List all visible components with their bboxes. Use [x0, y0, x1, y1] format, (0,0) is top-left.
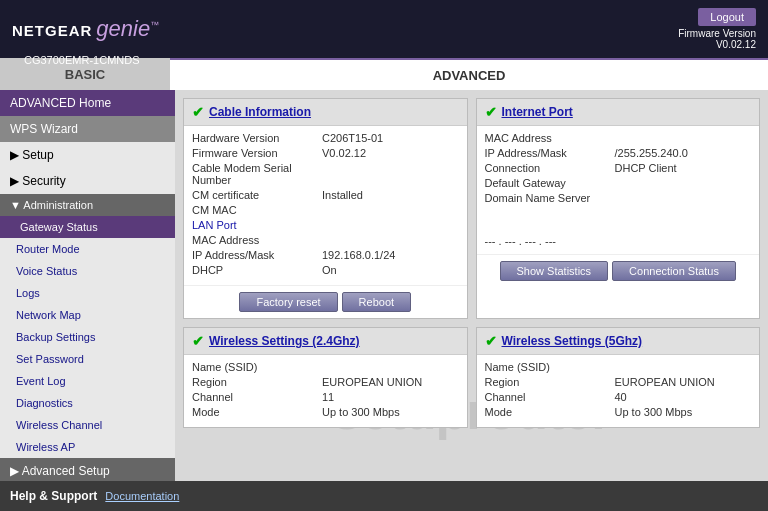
inet-domain-server-value: --- . --- . --- . --- [485, 235, 556, 247]
header-right: Logout Firmware Version V0.02.12 [678, 8, 756, 50]
inet-mac-row: MAC Address [485, 132, 752, 144]
ip-mask-label: IP Address/Mask [192, 249, 322, 261]
wireless-24-title[interactable]: Wireless Settings (2.4Ghz) [209, 334, 360, 348]
hw-version-label: Hardware Version [192, 132, 322, 144]
inet-gw-label: Default Gateway [485, 177, 615, 189]
dhcp-row: DHCP On [192, 264, 459, 276]
check-icon-5: ✔ [485, 333, 497, 349]
inet-ip-row: IP Address/Mask /255.255.240.0 [485, 147, 752, 159]
connection-status-button[interactable]: Connection Status [612, 261, 736, 281]
main-layout: ADVANCED Home WPS Wizard ▶ Setup ▶ Secur… [0, 90, 768, 481]
fw-version-row: Firmware Version V0.02.12 [192, 147, 459, 159]
cards-row-2: ✔ Wireless Settings (2.4Ghz) Name (SSID)… [183, 327, 760, 428]
dhcp-value: On [322, 264, 337, 276]
ip-mask-value: 192.168.0.1/24 [322, 249, 395, 261]
check-icon-24: ✔ [192, 333, 204, 349]
inet-ip-label: IP Address/Mask [485, 147, 615, 159]
cable-info-card: ✔ Cable Information Hardware Version C20… [183, 98, 468, 319]
wireless-24-card: ✔ Wireless Settings (2.4Ghz) Name (SSID)… [183, 327, 468, 428]
w24-mode-label: Mode [192, 406, 322, 418]
header: NETGEAR genie™ CG3700EMR-1CMNDS Logout F… [0, 0, 768, 58]
w5-mode-row: Mode Up to 300 Mbps [485, 406, 752, 418]
logo-genie: genie™ [96, 16, 159, 42]
w24-channel-label: Channel [192, 391, 322, 403]
tab-advanced[interactable]: ADVANCED [170, 58, 768, 90]
inet-conn-value: DHCP Client [615, 162, 677, 174]
sidebar-item-network-map[interactable]: Network Map [0, 304, 175, 326]
w5-ssid-label: Name (SSID) [485, 361, 615, 373]
ip-mask-row: IP Address/Mask 192.168.0.1/24 [192, 249, 459, 261]
serial-row: Cable Modem Serial Number [192, 162, 459, 186]
w24-region-label: Region [192, 376, 322, 388]
wireless-5-header: ✔ Wireless Settings (5Ghz) [477, 328, 760, 355]
w24-region-value: EUROPEAN UNION [322, 376, 422, 388]
device-name: CG3700EMR-1CMNDS [24, 54, 140, 66]
internet-port-card: ✔ Internet Port MAC Address IP Address/M… [476, 98, 761, 319]
cards-row-1: ✔ Cable Information Hardware Version C20… [183, 98, 760, 319]
cm-cert-row: CM certificate Installed [192, 189, 459, 201]
w5-ssid-row: Name (SSID) [485, 361, 752, 373]
sidebar-item-administration[interactable]: ▼ Administration [0, 194, 175, 216]
check-icon: ✔ [192, 104, 204, 120]
mac-addr-label: MAC Address [192, 234, 322, 246]
sidebar-item-diagnostics[interactable]: Diagnostics [0, 392, 175, 414]
w24-region-row: Region EUROPEAN UNION [192, 376, 459, 388]
w5-region-label: Region [485, 376, 615, 388]
w24-channel-row: Channel 11 [192, 391, 459, 403]
content-area: setuprouter ✔ Cable Information Hardware… [175, 90, 768, 481]
internet-port-header: ✔ Internet Port [477, 99, 760, 126]
w5-mode-label: Mode [485, 406, 615, 418]
footer-documentation-link[interactable]: Documentation [105, 490, 179, 502]
w24-ssid-label: Name (SSID) [192, 361, 322, 373]
logo-netgear: NETGEAR [12, 22, 92, 39]
footer: Help & Support Documentation [0, 481, 768, 511]
inet-conn-row: Connection DHCP Client [485, 162, 752, 174]
w24-channel-value: 11 [322, 391, 334, 403]
cable-info-body: Hardware Version C206T15-01 Firmware Ver… [184, 126, 467, 285]
sidebar-item-backup-settings[interactable]: Backup Settings [0, 326, 175, 348]
sidebar-item-setup[interactable]: ▶ Setup [0, 142, 175, 168]
inet-conn-label: Connection [485, 162, 615, 174]
wireless-24-header: ✔ Wireless Settings (2.4Ghz) [184, 328, 467, 355]
wireless-5-title[interactable]: Wireless Settings (5Ghz) [502, 334, 643, 348]
w24-mode-value: Up to 300 Mbps [322, 406, 400, 418]
cable-info-header: ✔ Cable Information [184, 99, 467, 126]
internet-port-title[interactable]: Internet Port [502, 105, 573, 119]
internet-port-body: MAC Address IP Address/Mask /255.255.240… [477, 126, 760, 254]
inet-ip-value: /255.255.240.0 [615, 147, 688, 159]
sidebar-item-wireless-channel[interactable]: Wireless Channel [0, 414, 175, 436]
sidebar-item-router-mode[interactable]: Router Mode [0, 238, 175, 260]
sidebar-item-set-password[interactable]: Set Password [0, 348, 175, 370]
reboot-button[interactable]: Reboot [342, 292, 411, 312]
sidebar-item-event-log[interactable]: Event Log [0, 370, 175, 392]
sidebar-item-advanced-setup[interactable]: ▶ Advanced Setup [0, 458, 175, 481]
inet-gw-row: Default Gateway [485, 177, 752, 189]
inet-domain-label: Domain Name Server [485, 192, 615, 204]
sidebar-item-logs[interactable]: Logs [0, 282, 175, 304]
w5-region-value: EUROPEAN UNION [615, 376, 715, 388]
sidebar-item-gateway-status[interactable]: Gateway Status [0, 216, 175, 238]
cm-mac-label: CM MAC [192, 204, 322, 216]
hw-version-row: Hardware Version C206T15-01 [192, 132, 459, 144]
serial-label: Cable Modem Serial Number [192, 162, 322, 186]
fw-version-value: V0.02.12 [322, 147, 366, 159]
inet-mac-label: MAC Address [485, 132, 615, 144]
logout-button[interactable]: Logout [698, 8, 756, 26]
check-icon-internet: ✔ [485, 104, 497, 120]
dhcp-label: DHCP [192, 264, 322, 276]
show-statistics-button[interactable]: Show Statistics [500, 261, 609, 281]
lan-port-label[interactable]: LAN Port [192, 219, 237, 231]
sidebar-item-wireless-ap[interactable]: Wireless AP [0, 436, 175, 458]
factory-reset-button[interactable]: Factory reset [239, 292, 337, 312]
fw-version-label: Firmware Version [192, 147, 322, 159]
sidebar: ADVANCED Home WPS Wizard ▶ Setup ▶ Secur… [0, 90, 175, 481]
wireless-5-body: Name (SSID) Region EUROPEAN UNION Channe… [477, 355, 760, 427]
sidebar-item-security[interactable]: ▶ Security [0, 168, 175, 194]
w5-channel-value: 40 [615, 391, 627, 403]
inet-domain-value-row: --- . --- . --- . --- [485, 234, 752, 248]
sidebar-item-advanced-home[interactable]: ADVANCED Home [0, 90, 175, 116]
cable-info-title[interactable]: Cable Information [209, 105, 311, 119]
sidebar-item-wps-wizard[interactable]: WPS Wizard [0, 116, 175, 142]
cm-cert-label: CM certificate [192, 189, 322, 201]
sidebar-item-voice-status[interactable]: Voice Status [0, 260, 175, 282]
